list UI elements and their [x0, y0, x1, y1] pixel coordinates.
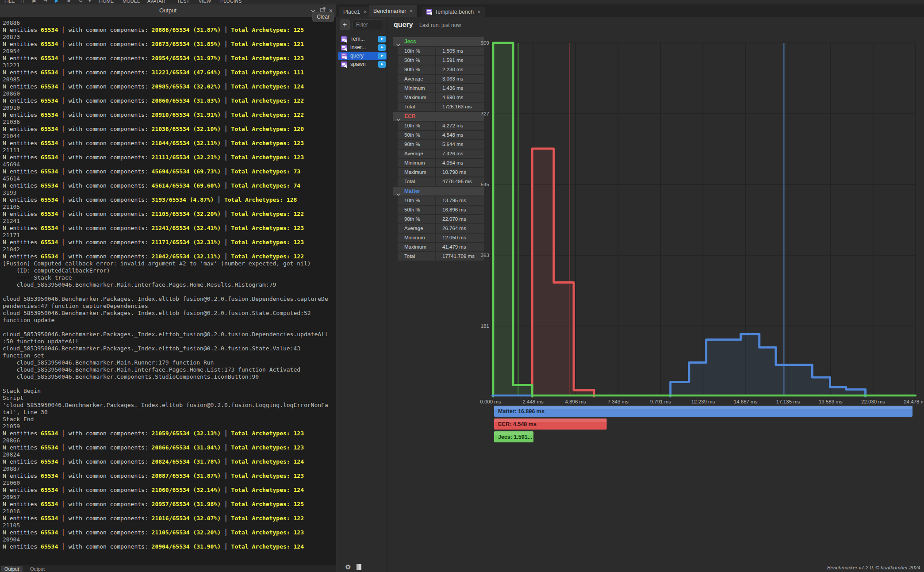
doc-tab-label: Benchmarker: [373, 8, 406, 14]
list-item-inser[interactable]: inser...: [338, 44, 387, 51]
log-error-line: [Fusion] Computed callback error: invali…: [3, 260, 336, 267]
log-line: 45614: [3, 175, 336, 182]
log-line: 20904: [3, 536, 336, 543]
stat-value: 4.690 ms: [442, 93, 463, 102]
list-item-spawn[interactable]: spawn: [338, 61, 387, 68]
log-line: 20910: [3, 104, 336, 111]
close-icon[interactable]: ×: [477, 7, 480, 17]
stat-row-50th: 50th %1.591 ms: [393, 56, 484, 65]
log-line: 21044: [3, 133, 336, 140]
stat-value: 1.591 ms: [442, 56, 463, 65]
section-name: ECR: [404, 112, 415, 121]
stat-label-cell: Maximum: [398, 243, 435, 251]
script-icon: [341, 45, 347, 50]
clear-button[interactable]: Clear: [312, 12, 334, 22]
menu-tab-model[interactable]: MODEL: [123, 0, 140, 4]
output-console: 20886N entities 65534 │ with common comp…: [0, 17, 336, 569]
stat-label: 90th %: [404, 65, 420, 74]
save-icon[interactable]: ▣: [32, 0, 36, 4]
run-benchmark-button[interactable]: [378, 53, 386, 59]
doc-tab-label: Place1: [343, 9, 360, 15]
stat-label-cell: 50th %: [398, 206, 435, 214]
legend-bar-label: Jecs: 1.591...: [498, 434, 532, 440]
stat-value-cell: 13.795 ms: [436, 196, 484, 205]
stop-icon[interactable]: ■: [67, 0, 70, 3]
chevron-down-icon[interactable]: ▾: [88, 0, 91, 4]
list-item-query[interactable]: query: [338, 52, 387, 60]
stat-row-total: Total1726.163 ms: [393, 103, 484, 111]
stat-value: 12.050 ms: [442, 234, 466, 242]
stat-label: 90th %: [404, 215, 420, 223]
app-window: FILE▯▣↪▶■↺▾HOMEMODELAVATARTESTVIEWPLUGIN…: [0, 0, 924, 572]
paste-icon[interactable]: ▯: [21, 0, 24, 4]
stat-value: 1.436 ms: [442, 84, 463, 92]
stat-value-cell: 22.070 ms: [436, 215, 484, 223]
stat-row-90th: 90th %2.230 ms: [393, 65, 484, 74]
stat-label-cell: Minimum: [398, 159, 435, 167]
stat-row-minimum: Minimum12.050 ms: [393, 234, 484, 242]
menu-tab-home[interactable]: HOME: [99, 0, 114, 4]
redo-icon[interactable]: ↪: [43, 0, 47, 4]
menu-tab-view[interactable]: VIEW: [199, 0, 211, 4]
run-benchmark-button[interactable]: [378, 36, 386, 42]
benchmark-list: Tem...inser...queryspawn: [338, 35, 387, 69]
gear-icon[interactable]: ⚙: [344, 563, 352, 571]
play-icon[interactable]: ▶: [55, 0, 58, 4]
legend-bar-highlight: [494, 406, 912, 409]
close-icon[interactable]: ×: [364, 7, 367, 17]
log-line: 20866: [3, 437, 336, 444]
y-axis-tick-label: 909: [481, 40, 489, 46]
section-header-jecs[interactable]: Jecs: [393, 37, 484, 46]
stat-label: 10th %: [404, 196, 420, 205]
docs-book-icon[interactable]: [355, 564, 362, 572]
stat-label-cell: 10th %: [398, 196, 435, 205]
y-axis-tick-label: 727: [481, 111, 489, 116]
doc-tab-place1[interactable]: Place1×: [339, 7, 372, 17]
log-line: N entities 65534 │ with common component…: [3, 27, 336, 34]
filter-input[interactable]: [353, 19, 383, 30]
stat-label-cell: Minimum: [398, 84, 435, 92]
log-error-line: function update: [3, 317, 336, 324]
log-line: 21059: [3, 423, 336, 430]
doc-tab-template-bench[interactable]: Template.bench×: [422, 7, 485, 17]
stat-value: 10.798 ms: [442, 168, 466, 177]
bottom-tab-output-1[interactable]: Output: [27, 566, 48, 572]
stat-value-cell: 1726.163 ms: [436, 103, 484, 111]
stat-value-cell: 1.436 ms: [436, 84, 484, 92]
log-line: 21105: [3, 203, 336, 211]
run-benchmark-button[interactable]: [378, 44, 386, 51]
menu-tab-plugins[interactable]: PLUGINS: [220, 0, 242, 4]
log-line: N entities 65534 │ with common component…: [3, 501, 336, 508]
section-name: Matter: [404, 187, 420, 196]
doc-tab-benchmarker[interactable]: Benchmarker×: [369, 5, 418, 17]
log-error-line: 'cloud_5853950046.Benchmarker.Packages._…: [3, 402, 336, 409]
stat-value: 4778.496 ms: [442, 177, 472, 186]
x-axis-tick-label: 7.343 ms: [608, 399, 629, 404]
section-header-matter[interactable]: Matter: [393, 187, 484, 196]
section-header-ecr[interactable]: ECR: [393, 112, 484, 121]
log-line: 20954: [3, 48, 336, 55]
log-line: 45694: [3, 161, 336, 168]
menu-file[interactable]: FILE: [4, 0, 15, 4]
x-axis-tick-label: 24.478 ms: [904, 399, 924, 404]
stat-value: 16.896 ms: [442, 206, 466, 214]
stat-label-cell: Total: [398, 103, 435, 111]
menu-tab-test[interactable]: TEST: [177, 0, 189, 4]
log-line: 21241: [3, 218, 336, 225]
menu-tab-avatar[interactable]: AVATAR: [147, 0, 165, 4]
add-benchmark-button[interactable]: +: [340, 19, 350, 30]
list-item-tem[interactable]: Tem...: [338, 35, 387, 43]
log-error-line: (ID: computedCallbackError): [3, 267, 336, 274]
run-benchmark-button[interactable]: [378, 61, 386, 68]
stat-label: 50th %: [404, 131, 420, 139]
histogram-chart: 9097275453631810.000 ms2.448 ms4.896 ms7…: [480, 35, 924, 445]
log-line: N entities 65534 │ with common component…: [3, 168, 336, 175]
stat-value: 2.230 ms: [442, 65, 463, 74]
stat-label: 10th %: [404, 122, 420, 130]
benchmarker-plugin-window: Place1×Benchmarker×Template.bench× + Tem…: [336, 4, 924, 572]
close-icon[interactable]: ×: [410, 5, 413, 17]
log-line: N entities 65534 │ with common component…: [3, 97, 336, 104]
stat-label: 10th %: [404, 47, 420, 55]
bottom-tab-output-0[interactable]: Output: [1, 566, 23, 572]
undo-icon[interactable]: ↺: [79, 0, 83, 4]
